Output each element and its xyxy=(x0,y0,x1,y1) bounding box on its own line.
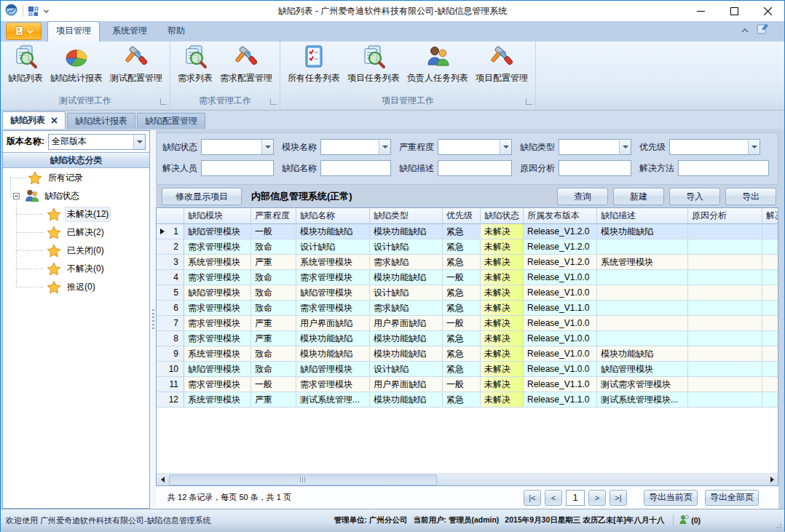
cell-desc xyxy=(597,285,688,301)
cell-solution xyxy=(762,316,778,331)
table-row[interactable]: 12系统管理模块严重测试系统管理...模块功能缺陷紧急未解决Release_V1… xyxy=(157,392,778,408)
scroll-left-icon[interactable] xyxy=(157,474,168,485)
tree-item-7[interactable]: 推迟(0) xyxy=(3,278,149,296)
close-button[interactable] xyxy=(751,1,784,20)
filter-input-缺陷名称[interactable] xyxy=(320,160,391,176)
modify-display-button[interactable]: 修改显示项目 xyxy=(162,188,242,205)
column-header-severity[interactable]: 严重程度 xyxy=(251,208,296,224)
last-page-button[interactable]: >| xyxy=(610,490,627,506)
dialog-launcher-icon[interactable] xyxy=(270,98,277,105)
ribbon-button-2-2[interactable]: 需求配置管理 xyxy=(216,43,276,86)
table-row[interactable]: 7需求管理模块严重用户界面缺陷用户界面缺陷一般未解决Release_V1.0.0 xyxy=(157,316,778,331)
cell-solution xyxy=(762,331,778,346)
sidebar-splitter[interactable] xyxy=(150,130,156,509)
column-header-module[interactable]: 缺陷模块 xyxy=(184,208,251,224)
tree-item-5[interactable]: 已关闭(0) xyxy=(3,242,149,260)
ribbon-button-3-1[interactable]: 所有任务列表 xyxy=(284,43,344,86)
table-row[interactable]: 9系统管理模块致命模块功能缺陷模块功能缺陷紧急未解决Release_V1.0.0… xyxy=(157,346,778,362)
scroll-right-icon[interactable] xyxy=(766,474,778,485)
ribbon-button-3-2[interactable]: 项目任务列表 xyxy=(344,43,403,86)
new-button[interactable]: 新建 xyxy=(613,188,664,205)
doc-tab-3[interactable]: 缺陷配置管理 xyxy=(137,113,205,129)
table-row[interactable]: 6需求管理模块致命需求管理模块需求缺陷紧急未解决Release_V1.1.0 xyxy=(157,301,778,316)
collapse-node-icon[interactable] xyxy=(13,193,20,199)
next-page-button[interactable]: > xyxy=(588,490,606,506)
filter-combo-缺陷状态[interactable] xyxy=(201,139,274,155)
import-button[interactable]: 导入 xyxy=(669,188,720,205)
tree-item-1[interactable]: 所有记录 xyxy=(3,169,149,187)
column-header-num[interactable] xyxy=(157,208,184,224)
tree-item-2[interactable]: 缺陷状态 xyxy=(3,187,149,205)
quick-access-icon[interactable] xyxy=(28,7,49,16)
dialog-launcher-icon[interactable] xyxy=(526,98,532,105)
ribbon-button-1-1[interactable]: 缺陷列表 xyxy=(4,43,47,86)
column-header-priority[interactable]: 优先级 xyxy=(443,208,481,224)
column-header-name[interactable]: 缺陷名称 xyxy=(296,208,370,224)
table-row[interactable]: 8需求管理模块严重模块功能缺陷模块功能缺陷紧急未解决Release_V1.0.0 xyxy=(157,331,778,346)
first-page-button[interactable]: |< xyxy=(524,490,541,506)
scrollbar-thumb[interactable] xyxy=(169,475,437,485)
column-header-desc[interactable]: 缺陷描述 xyxy=(597,208,688,224)
cell-severity: 严重 xyxy=(251,316,296,331)
collapse-ribbon-icon[interactable] xyxy=(741,23,749,36)
tree-item-label: 所有记录 xyxy=(46,170,85,186)
prev-page-button[interactable]: < xyxy=(545,490,562,506)
export-button[interactable]: 导出 xyxy=(725,188,776,205)
filter-label: 缺陷类型 xyxy=(520,141,555,154)
column-header-release[interactable]: 所属发布版本 xyxy=(524,208,597,224)
cell-solution xyxy=(762,270,778,285)
cell-num: 4 xyxy=(157,270,184,285)
doc-tab-1[interactable]: 缺陷列表 xyxy=(2,111,66,129)
filter-input-缺陷描述[interactable] xyxy=(438,160,512,176)
cell-analysis xyxy=(688,285,762,301)
resize-grip[interactable] xyxy=(775,522,782,529)
dialog-launcher-icon[interactable] xyxy=(160,98,167,105)
doc-tab-2[interactable]: 缺陷统计报表 xyxy=(67,113,135,129)
version-select[interactable]: 全部版本 xyxy=(48,134,146,150)
table-row[interactable]: 3系统管理模块严重系统管理模块需求缺陷紧急未解决Release_V1.2.0系统… xyxy=(157,255,778,270)
column-header-status[interactable]: 缺陷状态 xyxy=(481,208,524,224)
ribbon-button-1-2[interactable]: 缺陷统计报表 xyxy=(47,43,106,86)
ribbon-button-3-3[interactable]: 负责人任务列表 xyxy=(403,43,472,86)
column-header-type[interactable]: 缺陷类型 xyxy=(370,208,443,224)
cell-name: 系统管理模块 xyxy=(296,255,370,270)
export-all-pages-button[interactable]: 导出全部页 xyxy=(705,490,759,506)
table-row[interactable]: 4需求管理模块致命需求管理模块模块功能缺陷一般未解决Release_V1.0.0 xyxy=(157,270,778,285)
ribbon-button-2-1[interactable]: 需求列表 xyxy=(174,43,216,86)
filter-combo-模块名称[interactable] xyxy=(320,139,391,155)
column-header-solution[interactable]: 解决方法 xyxy=(762,208,778,224)
maximize-button[interactable] xyxy=(717,1,751,20)
filter-label: 优先级 xyxy=(639,141,666,154)
filter-input-解决方法[interactable] xyxy=(678,160,769,176)
app-icon[interactable] xyxy=(5,4,17,19)
filter-input-原因分析[interactable] xyxy=(559,160,631,176)
ribbon-button-3-4[interactable]: 项目配置管理 xyxy=(472,43,532,86)
column-header-analysis[interactable]: 原因分析 xyxy=(688,208,762,224)
export-current-page-button[interactable]: 导出当前页 xyxy=(644,490,698,506)
tree-item-3[interactable]: 未解决(12) xyxy=(3,205,149,223)
ribbon-tab-3[interactable]: 帮助 xyxy=(159,22,193,41)
table-row[interactable]: 5缺陷管理模块致命缺陷管理模块设计缺陷紧急未解决Release_V1.0.0 xyxy=(157,285,778,301)
cell-module: 需求管理模块 xyxy=(184,301,251,316)
ribbon-button-1-3[interactable]: 测试配置管理 xyxy=(106,43,166,86)
app-menu-button[interactable] xyxy=(6,23,42,40)
close-tab-icon[interactable] xyxy=(51,116,58,126)
table-row[interactable]: 11需求管理模块一般需求管理模块用户界面缺陷一般未解决Release_V1.1.… xyxy=(157,377,778,392)
filter-input-解决人员[interactable] xyxy=(201,160,274,176)
query-button[interactable]: 查询 xyxy=(557,188,608,205)
tree-item-4[interactable]: 已解决(2) xyxy=(3,223,149,242)
ribbon-tab-1[interactable]: 项目管理 xyxy=(47,21,100,41)
table-row[interactable]: 2需求管理模块致命设计缺陷设计缺陷紧急未解决Release_V1.2.0 xyxy=(157,239,778,255)
tree-item-6[interactable]: 不解决(0) xyxy=(3,260,149,278)
ribbon-tab-2[interactable]: 系统管理 xyxy=(104,22,155,41)
page-number-input[interactable] xyxy=(566,490,585,506)
table-row[interactable]: 10缺陷管理模块致命缺陷管理模块设计缺陷紧急未解决Release_V1.0.0缺… xyxy=(157,362,778,377)
minimize-button[interactable] xyxy=(684,1,717,20)
help-window-icon[interactable] xyxy=(757,23,768,37)
filter-combo-严重程度[interactable] xyxy=(438,139,512,155)
table-row[interactable]: 1缺陷管理模块一般模块功能缺陷模块功能缺陷紧急未解决Release_V1.2.0… xyxy=(157,224,778,239)
filter-combo-优先级[interactable] xyxy=(669,139,760,155)
horizontal-scrollbar[interactable] xyxy=(157,473,778,485)
filter-combo-缺陷类型[interactable] xyxy=(559,139,631,155)
cell-status: 未解决 xyxy=(481,346,524,362)
